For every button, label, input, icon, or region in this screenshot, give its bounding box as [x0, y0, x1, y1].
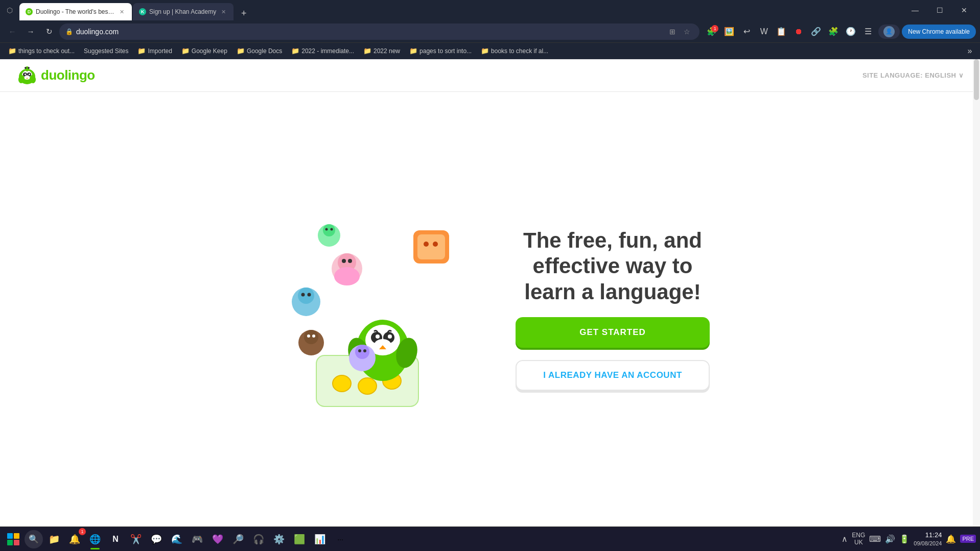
tray-show-hidden-button[interactable]: ∧	[842, 534, 848, 544]
search-icon: 🔍	[29, 534, 39, 544]
windows-logo-icon	[7, 533, 19, 545]
new-chrome-button[interactable]: New Chrome available	[902, 25, 976, 39]
taskbar-settings[interactable]: ⚙️	[270, 530, 288, 548]
svg-point-41	[355, 345, 369, 359]
taskbar-gaming[interactable]: 🎮	[188, 530, 206, 548]
taskbar-chrome[interactable]: 🌐	[86, 530, 104, 548]
forward-button[interactable]: →	[22, 23, 39, 40]
profile-button[interactable]: 👤	[878, 25, 900, 39]
back-button[interactable]: ←	[4, 23, 20, 40]
start-button[interactable]	[4, 530, 22, 548]
more-icon: ···	[337, 535, 343, 543]
svg-point-49	[323, 224, 335, 236]
svg-point-38	[307, 334, 310, 338]
history-button[interactable]: 🕐	[843, 23, 859, 40]
bookmark-docs-label: Google Docs	[247, 47, 282, 55]
photos-icon: 🖼️	[724, 27, 734, 36]
bookmark-books[interactable]: 📁 books to check if al...	[477, 45, 552, 57]
bookmark-docs[interactable]: 📁 Google Docs	[232, 45, 286, 57]
history-icon: 🕐	[846, 27, 856, 36]
tab-khan[interactable]: K Sign up | Khan Academy ✕	[133, 3, 234, 20]
tab-group: D Duolingo - The world's best wa... ✕ K …	[19, 0, 251, 20]
reading-icon: ☰	[865, 27, 872, 36]
snip-icon: ✂️	[130, 534, 142, 545]
taskbar-notification-button[interactable]: 🔔 1	[65, 530, 84, 548]
taskbar-purple-app[interactable]: 💜	[208, 530, 227, 548]
notion-icon: N	[112, 535, 119, 544]
purple-app-icon: 💜	[212, 534, 223, 545]
folder-icon-pages: 📁	[409, 47, 417, 55]
close-button[interactable]: ✕	[952, 0, 976, 20]
ms365-icon: 📊	[314, 534, 325, 545]
duolingo-logo[interactable]: duolingo	[16, 65, 95, 86]
keyboard-lang-icon[interactable]: ENGUK	[852, 532, 865, 546]
address-bar[interactable]: 🔒 duolingo.com ⊞ ☆	[59, 23, 699, 40]
taskbar-snip-tool[interactable]: ✂️	[127, 530, 145, 548]
svg-point-50	[325, 228, 328, 230]
link-button[interactable]: 🔗	[808, 23, 824, 40]
puzzle-icon: 🧩	[828, 27, 838, 36]
translate-button[interactable]: ⊞	[666, 25, 679, 38]
battery-icon[interactable]: 🔋	[899, 534, 909, 544]
svg-point-46	[424, 242, 429, 247]
tab-close-khan[interactable]: ✕	[219, 8, 227, 16]
taskbar-notion[interactable]: N	[106, 530, 125, 548]
tab-favicon-khan: K	[139, 8, 146, 15]
taskbar-discord[interactable]: 🎧	[249, 530, 268, 548]
taskbar-ms365[interactable]: 📊	[311, 530, 329, 548]
bookmark-things[interactable]: 📁 things to check out...	[4, 45, 79, 57]
record-icon: ⏺	[795, 27, 803, 36]
badge-count: 1	[711, 25, 718, 32]
headline-line2: learn a language!	[524, 280, 701, 304]
already-have-account-button[interactable]: I ALREADY HAVE AN ACCOUNT	[516, 360, 710, 391]
secure-icon: 🔒	[65, 28, 73, 35]
get-started-button[interactable]: GET STARTED	[516, 317, 710, 348]
system-clock[interactable]: 11:24 09/08/2024	[914, 531, 942, 548]
bookmark-imported[interactable]: 📁 Imported	[133, 45, 176, 57]
bookmark-button[interactable]: ☆	[680, 25, 693, 38]
bookmark-2022new[interactable]: 📁 2022 new	[359, 45, 404, 57]
notification-badge: 1	[79, 528, 86, 535]
taskbar-messenger[interactable]: 💬	[147, 530, 166, 548]
tab-duolingo[interactable]: D Duolingo - The world's best wa... ✕	[19, 3, 132, 20]
notification-icon: 🔔	[69, 534, 80, 545]
notifications-tray-icon[interactable]: 🔔	[946, 534, 956, 544]
tab-close-duolingo[interactable]: ✕	[118, 8, 126, 16]
window-controls: — ☐ ✕	[903, 0, 976, 20]
taskbar-more-button[interactable]: ···	[331, 530, 349, 548]
svg-point-39	[312, 334, 315, 338]
taskbar-edge[interactable]: 🌊	[168, 530, 186, 548]
vertical-tabs-button[interactable]: ⬡	[4, 5, 15, 16]
office-button[interactable]: W	[756, 23, 772, 40]
bookmarks-more-button[interactable]: »	[964, 45, 976, 57]
bookmark-pages[interactable]: 📁 pages to sort into...	[405, 45, 476, 57]
maximize-button[interactable]: ☐	[928, 0, 951, 20]
reading-list-button[interactable]: ☰	[860, 23, 876, 40]
chevron-down-icon: ∨	[959, 71, 964, 79]
taskbar-file-explorer[interactable]: 📁	[45, 530, 63, 548]
new-tab-button[interactable]: +	[237, 6, 251, 20]
minimize-button[interactable]: —	[903, 0, 927, 20]
bookmark-2022[interactable]: 📁 2022 - immediate...	[287, 45, 358, 57]
svg-point-21	[376, 334, 380, 339]
puzzle-button[interactable]: 🧩	[825, 23, 842, 40]
undo-button[interactable]: ↩	[738, 23, 755, 40]
keyboard-icon[interactable]: ⌨	[869, 534, 881, 544]
tab-title-khan: Sign up | Khan Academy	[149, 8, 216, 15]
volume-icon[interactable]: 🔊	[885, 534, 895, 544]
extensions-badge-button[interactable]: 🧩 1	[704, 23, 720, 40]
svg-point-4	[25, 74, 26, 75]
taskbar-minecraft[interactable]: 🟩	[290, 530, 309, 548]
bookmark-keep[interactable]: 📁 Google Keep	[177, 45, 231, 57]
taskbar-orange-search[interactable]: 🔎	[229, 530, 247, 548]
spreadsheet-button[interactable]: 📋	[773, 23, 789, 40]
site-language-button[interactable]: SITE LANGUAGE: ENGLISH ∨	[862, 71, 964, 79]
svg-point-5	[29, 74, 30, 75]
bookmark-suggested[interactable]: Suggested Sites	[80, 45, 132, 57]
reload-button[interactable]: ↻	[41, 23, 57, 40]
folder-icon-keep: 📁	[181, 47, 190, 55]
taskbar-search-button[interactable]: 🔍	[25, 530, 43, 548]
photos-button[interactable]: 🖼️	[721, 23, 737, 40]
pre-release-icon[interactable]: PRE	[960, 535, 976, 543]
record-button[interactable]: ⏺	[790, 23, 807, 40]
